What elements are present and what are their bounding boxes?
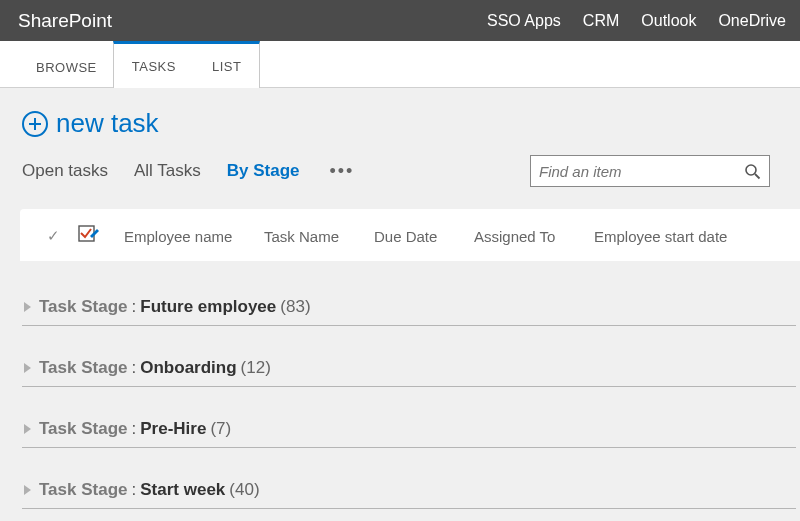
group-count: (7) [210,419,231,439]
group-value: Onboarding [140,358,236,378]
view-more-icon[interactable]: ••• [330,161,355,182]
group-label: Task Stage [39,297,128,317]
suite-bar: SharePoint SSO Apps CRM Outlook OneDrive [0,0,800,41]
group-value: Start week [140,480,225,500]
column-header-due-date[interactable]: Due Date [364,228,464,245]
ribbon-tab-tasks[interactable]: TASKS [114,59,194,74]
view-all-tasks[interactable]: All Tasks [134,161,201,181]
group-row-start-week[interactable]: Task Stage : Start week (40) [22,470,796,509]
suite-links: SSO Apps CRM Outlook OneDrive [487,12,786,30]
expand-triangle-icon [24,485,31,495]
ribbon-tab-browse[interactable]: BROWSE [20,47,113,87]
column-header-assigned-to[interactable]: Assigned To [464,228,584,245]
group-label: Task Stage [39,419,128,439]
search-icon[interactable] [744,163,761,180]
group-row-pre-hire[interactable]: Task Stage : Pre-Hire (7) [22,409,796,448]
view-open-tasks[interactable]: Open tasks [22,161,108,181]
column-header-row: ✓ Employee name Task Name Due Date Assig… [20,225,800,261]
suite-link-ssoapps[interactable]: SSO Apps [487,12,561,30]
group-label: Task Stage [39,358,128,378]
column-header-complete[interactable] [68,225,114,247]
ribbon-tabs: BROWSE TASKS LIST [0,41,800,88]
suite-link-crm[interactable]: CRM [583,12,619,30]
column-header-task-name[interactable]: Task Name [254,228,364,245]
view-selector: Open tasks All Tasks By Stage ••• [22,155,800,187]
checkbox-pencil-icon [78,225,104,247]
expand-triangle-icon [24,302,31,312]
svg-point-0 [746,165,756,175]
group-row-future-employee[interactable]: Task Stage : Future employee (83) [22,287,796,326]
group-label: Task Stage [39,480,128,500]
suite-link-onedrive[interactable]: OneDrive [718,12,786,30]
expand-triangle-icon [24,424,31,434]
search-input[interactable] [539,163,744,180]
group-row-onboarding[interactable]: Task Stage : Onboarding (12) [22,348,796,387]
group-value: Future employee [140,297,276,317]
brand-label: SharePoint [18,10,112,32]
ribbon-tab-group-active: TASKS LIST [113,41,261,88]
suite-link-outlook[interactable]: Outlook [641,12,696,30]
ribbon-tab-list[interactable]: LIST [194,59,259,74]
select-all-checkmark-icon[interactable]: ✓ [38,227,68,245]
group-count: (40) [229,480,259,500]
view-by-stage[interactable]: By Stage [227,161,300,181]
list-panel: ✓ Employee name Task Name Due Date Assig… [20,209,800,261]
new-task-label: new task [56,108,159,139]
expand-triangle-icon [24,363,31,373]
group-count: (83) [280,297,310,317]
column-header-employee-name[interactable]: Employee name [114,228,254,245]
search-box[interactable] [530,155,770,187]
new-task-button[interactable]: new task [22,108,800,139]
group-count: (12) [241,358,271,378]
column-header-employee-start-date[interactable]: Employee start date [584,228,737,245]
svg-line-1 [755,174,760,179]
group-list: Task Stage : Future employee (83) Task S… [22,261,800,509]
plus-circle-icon [22,111,48,137]
group-value: Pre-Hire [140,419,206,439]
content-area: new task Open tasks All Tasks By Stage •… [0,88,800,521]
